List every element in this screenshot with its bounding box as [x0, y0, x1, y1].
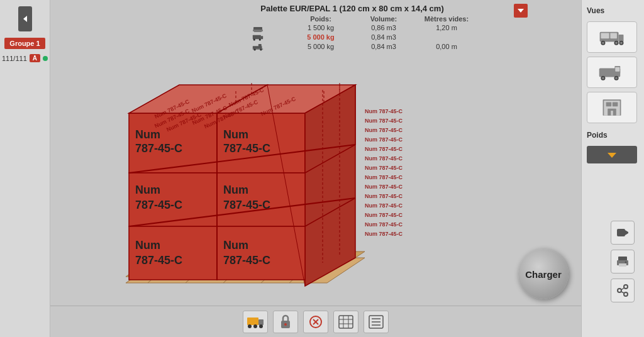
svg-rect-117	[247, 318, 258, 325]
item-count-text: 111/111	[2, 55, 27, 62]
collapse-button[interactable]	[18, 6, 32, 31]
stats-table: Poids: Volume: Mètres vides: 1 500 kg 0,…	[226, 15, 478, 51]
svg-text:Num: Num	[135, 239, 160, 251]
svg-text:Num 787-45-C: Num 787-45-C	[365, 127, 403, 133]
svg-text:Num: Num	[135, 184, 160, 196]
toolbar-btn-list[interactable]	[364, 311, 389, 333]
item-badge: A	[30, 54, 40, 62]
svg-marker-96	[129, 226, 217, 280]
svg-point-23	[620, 41, 623, 44]
svg-marker-0	[23, 16, 27, 22]
row3-poids: 5 000 kg	[289, 43, 352, 50]
svg-point-120	[253, 324, 257, 328]
svg-point-113	[618, 289, 621, 292]
svg-text:Num 787-45-C: Num 787-45-C	[365, 165, 403, 171]
svg-point-19	[602, 41, 604, 44]
svg-text:Num 787-45-C: Num 787-45-C	[365, 212, 403, 218]
svg-rect-26	[615, 67, 619, 72]
box-mid-left: Num 787-45-C	[129, 173, 217, 226]
svg-marker-85	[305, 85, 355, 286]
bottom-toolbar	[50, 306, 581, 337]
poids-section-label: Poids	[587, 131, 639, 140]
poids-bar[interactable]	[587, 146, 637, 163]
svg-marker-13	[518, 9, 524, 13]
row1-volume: 0,86 m3	[352, 24, 415, 31]
share-button[interactable]	[611, 279, 635, 302]
svg-point-123	[284, 323, 287, 326]
svg-text:Num: Num	[223, 239, 248, 251]
svg-point-7	[259, 38, 261, 40]
svg-rect-110	[619, 263, 626, 267]
status-dot	[43, 56, 48, 61]
svg-rect-9	[258, 44, 262, 47]
svg-line-115	[621, 288, 624, 290]
toolbar-btn-lock[interactable]	[273, 311, 298, 333]
box-bottom-right: Num 787-45-C	[217, 226, 305, 280]
svg-text:787-45-C: 787-45-C	[135, 254, 182, 267]
svg-text:Num 787-45-C: Num 787-45-C	[365, 231, 403, 237]
svg-text:Num 787-45-C: Num 787-45-C	[365, 118, 403, 124]
svg-text:Num 787-45-C: Num 787-45-C	[365, 221, 403, 228]
svg-text:Num 787-45-C: Num 787-45-C	[365, 108, 403, 114]
svg-text:Num 787-45-C: Num 787-45-C	[365, 155, 403, 162]
svg-rect-16	[601, 33, 609, 38]
svg-text:Num: Num	[223, 128, 248, 141]
charger-button[interactable]: Charger	[518, 249, 569, 299]
svg-marker-37	[608, 153, 616, 158]
dropdown-arrow[interactable]	[514, 4, 528, 18]
poids-header: Poids:	[289, 15, 352, 23]
svg-rect-17	[610, 33, 617, 38]
vues-label: Vues	[587, 6, 639, 15]
svg-point-21	[615, 41, 618, 44]
svg-rect-36	[611, 111, 613, 116]
svg-point-28	[602, 77, 604, 79]
row1-icon	[226, 23, 289, 32]
svg-marker-107	[625, 230, 628, 235]
box-bottom-left: Num 787-45-C	[129, 226, 217, 280]
view-button-front[interactable]	[587, 21, 637, 53]
svg-point-112	[624, 285, 628, 289]
video-button[interactable]	[611, 221, 635, 245]
item-count: 111/111 A	[2, 54, 48, 62]
svg-point-119	[248, 324, 252, 328]
svg-text:Num: Num	[223, 184, 248, 196]
volume-header: Volume:	[352, 15, 415, 23]
svg-point-12	[260, 48, 262, 50]
metres-header: Mètres vides:	[415, 15, 478, 23]
row3-volume: 0,84 m3	[352, 43, 415, 50]
view-button-warehouse[interactable]	[587, 92, 637, 123]
row2-poids: 5 000 kg	[289, 33, 352, 41]
right-side-text: Num 787-45-C Num 787-45-C Num 787-45-C N…	[365, 108, 403, 237]
svg-text:787-45-C: 787-45-C	[223, 142, 270, 155]
svg-point-114	[624, 292, 628, 296]
print-button[interactable]	[611, 250, 635, 273]
row2-icon	[226, 33, 289, 41]
svg-text:787-45-C: 787-45-C	[135, 199, 182, 211]
side-actions	[611, 221, 635, 302]
toolbar-btn-truck[interactable]	[243, 311, 268, 333]
svg-text:Num 787-45-C: Num 787-45-C	[365, 146, 403, 152]
view-button-side[interactable]	[587, 57, 637, 88]
left-sidebar: Groupe 1 111/111 A	[0, 0, 50, 337]
svg-rect-106	[617, 229, 625, 236]
svg-rect-3	[254, 30, 262, 32]
toolbar-btn-table[interactable]	[333, 311, 358, 333]
palette-title: Palette EUR/EPAL 1 (120 cm x 80 cm x 14,…	[260, 4, 443, 13]
svg-text:Num 787-45-C: Num 787-45-C	[365, 174, 403, 180]
svg-text:Num 787-45-C: Num 787-45-C	[365, 202, 403, 209]
svg-rect-4	[253, 35, 261, 40]
svg-text:Num 787-45-C: Num 787-45-C	[365, 136, 403, 143]
groupe-label[interactable]: Groupe 1	[4, 38, 45, 49]
toolbar-btn-cancel[interactable]	[303, 311, 328, 333]
row3-metres: 0,00 m	[415, 43, 478, 50]
svg-rect-34	[613, 102, 618, 107]
svg-text:787-45-C: 787-45-C	[223, 254, 270, 267]
svg-marker-99	[217, 226, 305, 280]
svg-rect-5	[261, 36, 263, 39]
charger-label: Charger	[525, 269, 562, 280]
svg-text:Num 787-45-C: Num 787-45-C	[365, 184, 403, 190]
row2-volume: 0,84 m3	[352, 33, 415, 41]
svg-text:787-45-C: 787-45-C	[135, 142, 182, 155]
svg-text:Num 787-45-C: Num 787-45-C	[365, 193, 403, 199]
box-mid-right: Num 787-45-C	[217, 173, 305, 226]
